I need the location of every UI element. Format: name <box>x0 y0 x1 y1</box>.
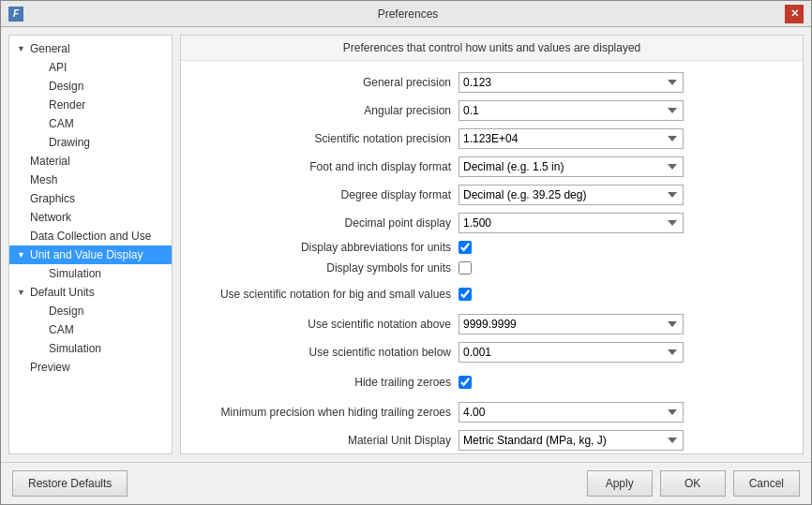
ok-button[interactable]: OK <box>660 470 726 497</box>
display-symbols-label: Display symbols for units <box>196 261 459 275</box>
sidebar-item-network[interactable]: Network <box>9 208 172 227</box>
scientific-precision-select[interactable]: 1.123E+04 <box>459 128 684 149</box>
min-precision-row: Minimum precision when hiding trailing z… <box>196 402 788 423</box>
sidebar-item-cam[interactable]: CAM <box>9 114 172 133</box>
window-body: ▼ General API Design Render CAM Drawi <box>1 27 811 462</box>
foot-inch-label: Foot and inch display format <box>196 160 459 173</box>
general-precision-control: 0.123 <box>459 72 788 93</box>
sidebar-item-drawing[interactable]: Drawing <box>9 133 172 152</box>
content-area: Preferences that control how units and v… <box>180 35 804 454</box>
scientific-big-small-checkbox[interactable] <box>459 288 472 301</box>
apply-button[interactable]: Apply <box>587 470 653 497</box>
sidebar-item-material[interactable]: Material <box>9 152 172 171</box>
scientific-below-select[interactable]: 0.001 <box>459 342 684 363</box>
decimal-point-label: Decimal point display <box>196 216 459 230</box>
sidebar-item-simulation-uv[interactable]: Simulation <box>9 264 172 283</box>
scientific-precision-label: Scientific notation precision <box>196 132 459 145</box>
decimal-point-row: Decimal point display 1.500 <box>196 213 788 233</box>
scientific-big-small-row: Use scientific notation for big and smal… <box>196 288 788 301</box>
hide-trailing-checkbox[interactable] <box>459 376 472 389</box>
window-title: Preferences <box>31 7 785 21</box>
sidebar-item-api[interactable]: API <box>9 58 172 77</box>
scientific-big-small-label: Use scientific notation for big and smal… <box>196 288 459 301</box>
foot-inch-select[interactable]: Decimal (e.g. 1.5 in) <box>459 156 684 177</box>
preferences-window: F Preferences ✕ ▼ General API Design Ren… <box>0 0 812 505</box>
general-precision-select[interactable]: 0.123 <box>459 72 684 93</box>
general-precision-label: General precision <box>196 76 459 89</box>
material-unit-label: Material Unit Display <box>196 434 459 447</box>
decimal-point-select[interactable]: 1.500 <box>459 213 684 233</box>
angular-precision-select[interactable]: 0.1 <box>459 100 684 121</box>
cancel-button[interactable]: Cancel <box>733 470 800 497</box>
angular-precision-label: Angular precision <box>196 104 459 117</box>
display-symbols-checkbox[interactable] <box>459 261 472 275</box>
sidebar-item-graphics[interactable]: Graphics <box>9 189 172 208</box>
hide-trailing-row: Hide trailing zeroes <box>196 376 788 389</box>
scientific-below-row: Use scientific notation below 0.001 <box>196 342 788 363</box>
window-footer: Restore Defaults Apply OK Cancel <box>1 462 811 504</box>
footer-right: Apply OK Cancel <box>587 470 800 497</box>
sidebar-item-data-collection[interactable]: Data Collection and Use <box>9 227 172 245</box>
material-unit-row: Material Unit Display Metric Standard (M… <box>196 430 788 451</box>
sidebar-item-preview[interactable]: Preview <box>9 358 172 377</box>
scientific-above-select[interactable]: 9999.9999 <box>459 314 684 334</box>
min-precision-label: Minimum precision when hiding trailing z… <box>196 406 459 419</box>
close-button[interactable]: ✕ <box>785 5 804 23</box>
display-abbrev-checkbox[interactable] <box>459 241 472 254</box>
sidebar-item-design-du[interactable]: Design <box>9 302 172 320</box>
app-icon: F <box>8 7 23 22</box>
hide-trailing-label: Hide trailing zeroes <box>196 376 459 389</box>
angular-precision-row: Angular precision 0.1 <box>196 100 788 121</box>
degree-label: Degree display format <box>196 188 459 201</box>
display-abbrev-row: Display abbreviations for units <box>196 241 788 254</box>
sidebar-item-default-units[interactable]: ▼ Default Units <box>9 283 172 302</box>
scientific-precision-row: Scientific notation precision 1.123E+04 <box>196 128 788 149</box>
min-precision-select[interactable]: 4.00 <box>459 402 684 423</box>
sidebar: ▼ General API Design Render CAM Drawi <box>8 35 173 454</box>
degree-row: Degree display format Decimal (e.g. 39.2… <box>196 185 788 205</box>
sidebar-item-cam-du[interactable]: CAM <box>9 320 172 339</box>
scientific-below-label: Use scientific notation below <box>196 346 459 359</box>
scientific-above-label: Use scientific notation above <box>196 318 459 331</box>
sidebar-item-simulation-du[interactable]: Simulation <box>9 339 172 358</box>
sidebar-item-render[interactable]: Render <box>9 96 172 114</box>
degree-select[interactable]: Decimal (e.g. 39.25 deg) <box>459 185 684 205</box>
sidebar-item-general[interactable]: ▼ General <box>9 39 172 58</box>
restore-defaults-button[interactable]: Restore Defaults <box>12 470 128 497</box>
sidebar-item-design[interactable]: Design <box>9 77 172 96</box>
content-header: Preferences that control how units and v… <box>181 36 803 61</box>
title-bar: F Preferences ✕ <box>1 1 811 27</box>
scientific-above-row: Use scientific notation above 9999.9999 <box>196 314 788 334</box>
footer-left: Restore Defaults <box>12 470 128 497</box>
content-scroll: General precision 0.123 Angular precisio… <box>181 61 803 453</box>
display-symbols-row: Display symbols for units <box>196 261 788 275</box>
display-abbrev-label: Display abbreviations for units <box>196 241 459 254</box>
material-unit-select[interactable]: Metric Standard (MPa, kg, J) <box>459 430 684 451</box>
toggle-general: ▼ <box>17 44 30 53</box>
general-precision-row: General precision 0.123 <box>196 72 788 93</box>
foot-inch-row: Foot and inch display format Decimal (e.… <box>196 156 788 177</box>
sidebar-item-unit-value[interactable]: ▼ Unit and Value Display <box>9 245 172 264</box>
sidebar-item-mesh[interactable]: Mesh <box>9 171 172 189</box>
